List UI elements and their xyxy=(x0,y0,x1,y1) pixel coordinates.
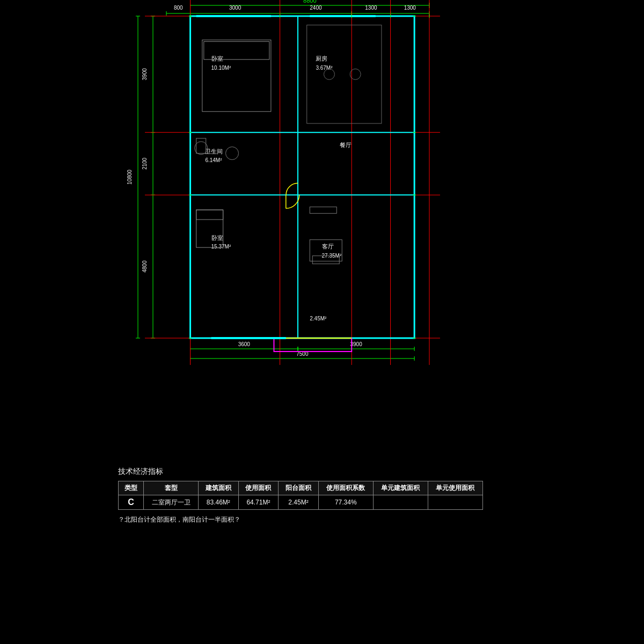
cell-type: C xyxy=(119,495,144,510)
cell-balcony-area: 2.45M² xyxy=(279,495,319,510)
cell-building-area: 83.46M² xyxy=(199,495,239,510)
col-building-area: 建筑面积 xyxy=(199,481,239,495)
col-suite: 套型 xyxy=(144,481,199,495)
col-use-ratio: 使用面积系数 xyxy=(318,481,373,495)
cell-unit-building xyxy=(373,495,428,510)
cell-unit-use xyxy=(428,495,482,510)
col-unit-use: 单元使用面积 xyxy=(428,481,482,495)
col-unit-building: 单元建筑面积 xyxy=(373,481,428,495)
cell-suite: 二室两厅一卫 xyxy=(144,495,199,510)
cell-use-area: 64.71M² xyxy=(238,495,279,510)
col-balcony-area: 阳台面积 xyxy=(279,481,319,495)
col-use-area: 使用面积 xyxy=(238,481,279,495)
table-row: C 二室两厅一卫 83.46M² 64.71M² 2.45M² 77.34% xyxy=(119,495,483,510)
col-type: 类型 xyxy=(119,481,144,495)
tech-title: 技术经济指标 xyxy=(118,467,526,477)
cell-use-ratio: 77.34% xyxy=(318,495,373,510)
data-table: 类型 套型 建筑面积 使用面积 阳台面积 使用面积系数 单元建筑面积 单元使用面… xyxy=(118,481,483,510)
table-header-row: 类型 套型 建筑面积 使用面积 阳台面积 使用面积系数 单元建筑面积 单元使用面… xyxy=(119,481,483,495)
footnote: ？北阳台计全部面积，南阳台计一半面积？ xyxy=(118,515,526,524)
info-section: 技术经济指标 类型 套型 建筑面积 使用面积 阳台面积 使用面积系数 单元建筑面… xyxy=(0,467,644,524)
